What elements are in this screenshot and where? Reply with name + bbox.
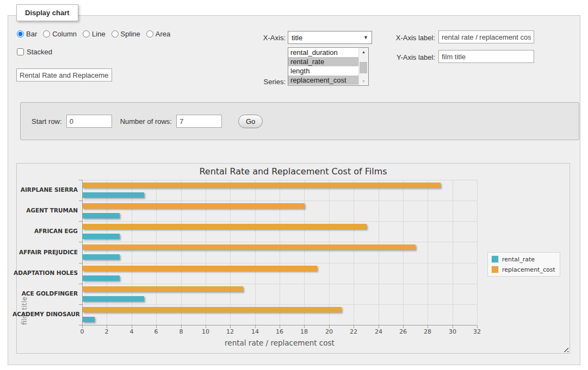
legend-item-rental_rate[interactable]: rental_rate: [491, 255, 555, 263]
gridline: [82, 284, 477, 284]
gridline: [354, 180, 354, 325]
series-scrollbar[interactable]: ▲ ▼: [358, 48, 368, 85]
gridline: [428, 180, 428, 325]
x-tick-label: 22: [343, 328, 364, 335]
x-axis-line: [82, 325, 477, 325]
bar-replacement_cost: [83, 183, 441, 188]
chart-legend: rental_ratereplacement_cost: [487, 252, 560, 277]
series-option-length[interactable]: length: [288, 66, 359, 76]
bar-replacement_cost: [83, 224, 367, 229]
gridline: [82, 242, 477, 242]
chart-type-label: Bar: [26, 30, 37, 38]
gridline: [477, 180, 478, 325]
bar-rental_rate: [83, 192, 144, 198]
stacked-checkbox-row[interactable]: Stacked: [17, 48, 52, 56]
x-tick-label: 6: [145, 328, 167, 335]
category-label: ADAPTATION HOLES: [13, 269, 78, 276]
x-tick-label: 28: [417, 328, 438, 335]
gridline: [156, 180, 157, 325]
chart-container: Rental Rate and Replacement Cost of Film…: [16, 163, 570, 354]
number-of-rows-label: Number of rows:: [120, 117, 172, 126]
legend-item-replacement_cost[interactable]: replacement_cost: [491, 266, 555, 273]
gridline: [280, 180, 280, 325]
x-tick-label: 14: [244, 328, 266, 335]
x-tick-label: 20: [318, 328, 340, 335]
x-axis-select[interactable]: title ▼: [288, 31, 372, 44]
gridline: [206, 180, 206, 325]
x-axis-selected-value: title: [292, 34, 302, 42]
series-option-replacement_cost[interactable]: replacement_cost: [288, 76, 359, 85]
chart-type-radio-spline[interactable]: [112, 30, 119, 37]
gridline: [181, 180, 182, 325]
gridline: [82, 221, 477, 222]
number-of-rows-input[interactable]: [176, 115, 222, 128]
x-tick-label: 0: [71, 328, 93, 335]
chart-type-radio-bar[interactable]: [17, 30, 24, 37]
scroll-up-icon[interactable]: ▲: [359, 48, 368, 56]
gridline: [107, 180, 107, 325]
chart-type-option-column[interactable]: Column: [43, 30, 77, 38]
category-label: AIRPLANE SIERRA: [13, 186, 78, 193]
panel-legend: Display chart: [16, 4, 78, 21]
scrollbar-thumb[interactable]: [360, 62, 367, 73]
x-tick-label: 26: [392, 328, 414, 335]
series-options: rental_durationrental_ratelengthreplacem…: [288, 48, 368, 85]
bar-rental_rate: [83, 254, 120, 260]
gridline: [82, 304, 477, 305]
gridline: [304, 180, 305, 325]
gridline: [329, 180, 330, 325]
gridline: [230, 180, 231, 325]
series-multiselect[interactable]: rental_durationrental_ratelengthreplacem…: [288, 47, 369, 86]
gridline: [453, 180, 453, 325]
start-row-label: Start row:: [32, 117, 62, 126]
x-tick-label: 8: [170, 328, 192, 335]
gridline: [379, 180, 379, 325]
chart-type-option-spline[interactable]: Spline: [112, 30, 140, 38]
y-axis-label-input[interactable]: [438, 50, 534, 63]
series-option-rental_duration[interactable]: rental_duration: [288, 48, 359, 57]
chart-type-label: Column: [52, 30, 77, 38]
x-tick-label: 2: [96, 328, 117, 335]
bar-rental_rate: [83, 275, 120, 281]
legend-swatch-rental_rate: [491, 255, 499, 263]
x-axis-title: rental rate / replacement cost: [82, 338, 477, 347]
x-axis-label-input[interactable]: [438, 30, 534, 43]
plot-area: rental rate / replacement cost film titl…: [82, 180, 477, 325]
gridline: [403, 180, 404, 325]
x-tick-label: 24: [368, 328, 389, 335]
legend-label: replacement_cost: [502, 266, 555, 273]
chevron-down-icon: ▼: [363, 35, 368, 40]
bar-replacement_cost: [83, 203, 305, 209]
gridline: [82, 200, 477, 201]
series-option-rental_rate[interactable]: rental_rate: [288, 57, 359, 66]
category-label: ACE GOLDFINGER: [13, 290, 78, 297]
go-button[interactable]: Go: [238, 115, 263, 128]
chart-type-option-bar[interactable]: Bar: [17, 30, 37, 38]
bar-rental_rate: [83, 317, 95, 322]
start-row-input[interactable]: [66, 115, 112, 128]
chart-type-label: Spline: [121, 30, 140, 38]
resize-grip-icon[interactable]: [562, 346, 568, 352]
category-label: AFRICAN EGG: [13, 228, 78, 234]
gridline: [255, 180, 256, 325]
x-axis-label-field-label: X-Axis label:: [381, 34, 435, 42]
gridline: [82, 180, 477, 180]
stacked-label: Stacked: [27, 48, 52, 56]
chart-type-radio-area[interactable]: [146, 30, 153, 37]
legend-swatch-replacement_cost: [491, 266, 499, 273]
x-axis-field-label: X-Axis:: [234, 34, 286, 42]
chart-type-radio-line[interactable]: [83, 30, 90, 37]
y-axis-label-field-label: Y-Axis label:: [381, 53, 435, 61]
chart-type-radio-group: BarColumnLineSplineArea: [17, 30, 176, 38]
bar-rental_rate: [83, 296, 144, 302]
chart-title-input[interactable]: [16, 68, 112, 81]
stacked-checkbox[interactable]: [17, 48, 24, 55]
chart-type-label: Area: [156, 30, 170, 38]
scroll-down-icon[interactable]: ▼: [359, 77, 368, 85]
chart-type-option-area[interactable]: Area: [146, 30, 170, 38]
bar-rental_rate: [83, 234, 120, 239]
chart-type-option-line[interactable]: Line: [83, 30, 106, 38]
bar-replacement_cost: [83, 286, 243, 292]
chart-type-radio-column[interactable]: [43, 30, 50, 37]
series-field-label: Series:: [234, 78, 286, 86]
